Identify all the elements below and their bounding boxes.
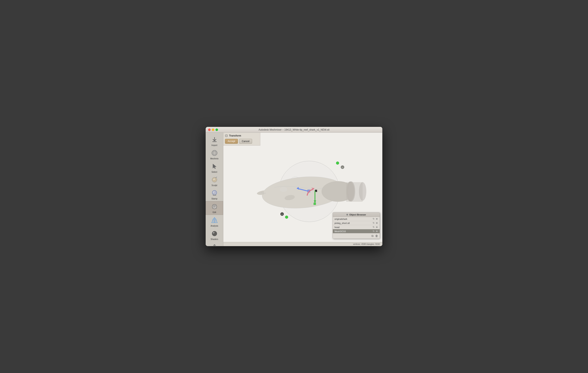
sidebar-item-sculpt-label: Sculpt [212,184,217,186]
sidebar-item-sculpt[interactable]: Sculpt [206,174,223,188]
sidebar-item-edit-label: Edit [213,211,216,213]
svg-point-25 [212,231,217,236]
ob-refresh-icon[interactable]: ↻ [373,226,375,229]
ob-refresh-icon[interactable]: ↻ [373,230,375,232]
svg-text:S: S [282,213,283,215]
ob-row-icons: ↻ 👁 [373,230,378,232]
ob-row-head[interactable]: head ↻ 👁 [333,225,380,229]
maximize-button[interactable] [216,129,218,131]
close-button[interactable] [208,129,210,131]
edit-icon [210,203,219,211]
svg-point-24 [212,218,217,222]
svg-rect-56 [314,203,316,205]
sculpt-icon [210,176,219,184]
svg-rect-15 [213,195,216,196]
status-text: vertices: 4598 triangles: 9192 [353,243,380,245]
ob-item-name: MeshSO16 [335,230,373,232]
svg-point-16 [212,204,217,209]
cylinder-overlay [346,182,366,202]
title-bar: Autodesk Meshmixer – 19413_White-tip_ree… [206,127,382,133]
sidebar-item-edit[interactable]: Edit [206,201,223,215]
shaders-icon [210,230,219,238]
main-area: Transform Accept Cancel [223,133,382,246]
window-title: Autodesk Meshmixer – 19413_White-tip_ree… [259,128,330,131]
ob-status-dot [346,214,348,216]
object-browser: Object Browser originalshark ↻ 👁 pinleg_… [333,212,380,239]
svg-text:w: w [342,166,343,168]
ob-row-meshso16[interactable]: MeshSO16 ↻ 👁 [333,229,380,233]
sidebar-item-export[interactable]: Export [206,241,223,246]
shark-body [257,174,354,211]
status-bar: vertices: 4598 triangles: 9192 [223,242,382,246]
svg-marker-8 [213,164,216,169]
app-window: Autodesk Meshmixer – 19413_White-tip_ree… [206,127,382,246]
ob-eye-icon[interactable]: 👁 [376,230,378,232]
ob-eye-icon[interactable]: 👁 [376,218,378,220]
svg-point-13 [212,190,217,195]
ob-delete-icon[interactable]: 🗑 [375,234,378,238]
analysis-icon [210,216,219,224]
ob-copy-icon[interactable]: ⧉ [371,234,374,238]
ob-row-pinleg[interactable]: pinleg_short.stl ↻ 👁 [333,221,380,225]
object-browser-header: Object Browser [333,213,380,217]
minimize-button[interactable] [212,129,214,131]
ob-item-name: head [335,226,373,229]
sidebar-item-shaders-label: Shaders [210,238,218,240]
sidebar-item-select[interactable]: Select [206,161,223,174]
traffic-lights [208,129,218,131]
object-browser-footer: ⧉ 🗑 [333,233,380,239]
ob-refresh-icon[interactable]: ↻ [373,222,375,224]
svg-point-7 [212,151,217,155]
stamp-icon [210,189,219,197]
sidebar-item-stamp-label: Stamp [211,197,217,200]
control-point-top [336,162,339,165]
object-browser-title: Object Browser [349,213,366,216]
svg-point-47 [359,182,366,201]
ob-item-name: pinleg_short.stl [335,222,373,224]
sidebar-item-select-label: Select [212,171,217,173]
control-point-bottom [285,216,288,219]
ob-refresh-icon[interactable]: ↻ [373,218,375,220]
sidebar-item-analysis-label: Analysis [210,225,218,227]
sidebar-item-shaders[interactable]: Shaders [206,228,223,241]
sidebar-item-import-label: Import [211,144,217,146]
import-icon [210,135,219,144]
export-icon [210,243,219,246]
ob-eye-icon[interactable]: 👁 [376,222,378,224]
ob-item-name: originalshark [335,218,373,220]
sidebar-item-import[interactable]: Import [206,134,223,148]
select-icon [210,162,219,170]
svg-point-44 [280,187,287,192]
sidebar-item-analysis[interactable]: Analysis [206,215,223,228]
sidebar-item-meshmix[interactable]: Meshmix [206,148,223,161]
ob-row-icons: ↻ 👁 [373,222,378,224]
sidebar: Import Meshmix [206,133,223,246]
ob-row-icons: ↻ 👁 [373,218,378,220]
sidebar-item-meshmix-label: Meshmix [210,157,218,160]
ob-row-icons: ↻ 👁 [373,226,378,229]
meshmix-icon [210,149,219,157]
ob-row-originalshark[interactable]: originalshark ↻ 👁 [333,217,380,221]
app-body: Import Meshmix [206,133,382,246]
ob-eye-icon[interactable]: 👁 [376,226,378,229]
sidebar-item-stamp[interactable]: Stamp [206,188,223,201]
